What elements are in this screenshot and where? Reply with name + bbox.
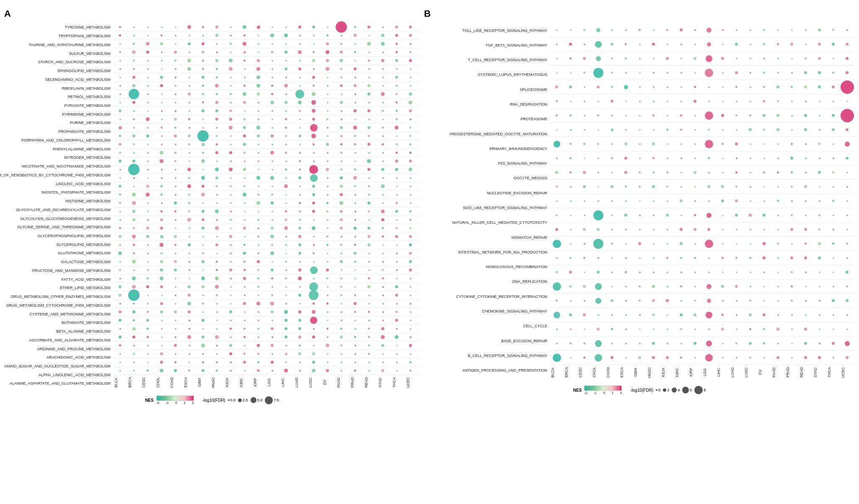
dot-cell <box>348 90 362 98</box>
dot <box>694 286 696 287</box>
dot-cell <box>730 294 743 308</box>
dot <box>777 200 779 202</box>
dot-cell <box>362 132 376 140</box>
dot <box>133 186 135 187</box>
dot <box>201 176 205 180</box>
dot-cell <box>674 222 688 237</box>
dot <box>327 219 329 221</box>
dot-cell <box>633 222 647 237</box>
dot-cell <box>362 157 376 165</box>
dot-cell <box>660 279 674 294</box>
dot-cell <box>168 57 182 65</box>
dot <box>693 228 697 231</box>
dot-cell <box>196 325 210 333</box>
dot <box>706 28 712 33</box>
dot-cell <box>141 199 155 207</box>
dot <box>257 353 259 355</box>
dot-cell <box>293 274 307 283</box>
dot <box>257 134 260 138</box>
dot <box>804 356 807 359</box>
dot-cell <box>730 23 743 37</box>
dot-cell <box>279 174 293 182</box>
dot <box>570 357 572 359</box>
dot-cell <box>376 266 390 274</box>
dot <box>340 101 343 104</box>
dot <box>381 59 384 62</box>
dot <box>763 214 765 216</box>
dot-cell <box>730 208 743 222</box>
dot <box>832 200 835 202</box>
dot <box>229 67 232 70</box>
dot-cell <box>113 216 127 224</box>
dot-cell <box>660 208 674 222</box>
dot <box>791 115 793 116</box>
dot-cell <box>251 216 265 224</box>
dot <box>832 128 835 132</box>
dot-cell <box>265 132 279 140</box>
dot <box>272 26 273 28</box>
dot-cell <box>688 180 702 194</box>
dot-cell <box>141 333 155 341</box>
dot <box>119 336 122 339</box>
dot-cell <box>785 109 799 123</box>
dot-cell <box>564 222 577 237</box>
dot <box>846 257 848 259</box>
dot-cell <box>182 316 196 325</box>
dot-cell <box>390 233 404 241</box>
dot <box>244 211 246 212</box>
dot-cell <box>127 333 141 341</box>
dot-cell <box>155 157 168 165</box>
dot-cell <box>376 350 390 358</box>
dot-cell <box>362 333 376 341</box>
dot <box>680 44 682 45</box>
dot-cell <box>238 98 251 107</box>
dot <box>553 282 561 291</box>
dot <box>160 369 163 372</box>
dot-cell <box>113 82 127 90</box>
dot-cell <box>210 31 224 40</box>
dot <box>354 336 356 338</box>
dot-cell <box>113 241 127 249</box>
dot <box>750 286 751 287</box>
dot <box>202 26 204 28</box>
dot <box>382 269 384 271</box>
dot-cell <box>674 294 688 308</box>
dot-cell <box>564 80 577 94</box>
dot-cell <box>716 194 730 208</box>
dot <box>258 311 259 313</box>
dot <box>270 101 274 104</box>
dot <box>189 35 190 36</box>
dot-cell <box>293 23 307 31</box>
dot-cell <box>785 194 799 208</box>
dot-cell <box>307 308 321 316</box>
dot-cell <box>210 73 224 82</box>
dot <box>256 84 260 87</box>
dot <box>611 356 613 359</box>
dot-cell <box>251 207 265 216</box>
dot-cell <box>577 137 591 151</box>
dot-cell <box>168 358 182 367</box>
dot <box>271 277 274 280</box>
dot <box>750 229 751 230</box>
dot-cell <box>785 52 799 66</box>
dot-cell <box>812 123 826 137</box>
dot <box>846 43 849 46</box>
dot-cell <box>376 31 390 40</box>
dot-cell <box>404 216 417 224</box>
dot <box>188 243 191 246</box>
dot-cell <box>113 174 127 182</box>
dot-cell <box>404 82 417 90</box>
dot <box>257 235 259 237</box>
dot-cell <box>155 241 168 249</box>
dot <box>313 152 315 154</box>
dot-cell <box>265 266 279 274</box>
dot-cell <box>127 258 141 266</box>
dot <box>202 35 204 36</box>
dot <box>652 342 655 345</box>
x-label-18: READ <box>799 367 813 378</box>
dot-cell <box>238 258 251 266</box>
dot-cell <box>251 48 265 57</box>
dot-cell <box>633 23 647 37</box>
dot <box>285 43 287 45</box>
dot-cell <box>757 109 771 123</box>
